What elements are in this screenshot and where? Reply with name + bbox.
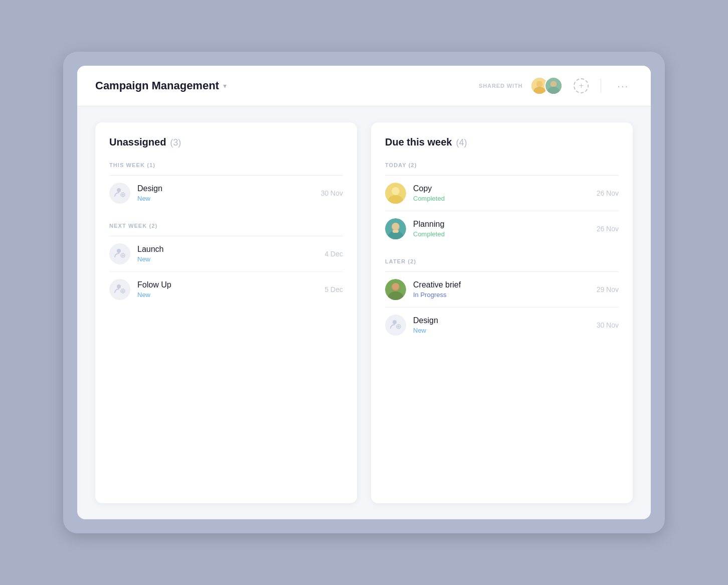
avatar-user2[interactable] — [544, 77, 563, 95]
task-name: Creative brief — [413, 280, 590, 289]
task-avatar-unassigned — [385, 315, 406, 336]
svg-point-10 — [117, 249, 121, 253]
later-label: LATER (2) — [385, 258, 619, 264]
add-person-button[interactable]: + — [574, 78, 589, 93]
task-avatar-person1 — [385, 183, 406, 204]
svg-point-4 — [551, 81, 557, 87]
task-name: Launch — [137, 245, 317, 254]
shared-with-label: SHARED WITH — [479, 83, 522, 89]
add-person-icon — [114, 282, 126, 297]
task-name: Planning — [413, 220, 590, 229]
task-date: 30 Nov — [321, 189, 343, 197]
task-info: Design New — [413, 316, 590, 334]
task-status: Completed — [413, 230, 590, 238]
task-avatar-person2 — [385, 218, 406, 239]
due-this-week-count: (4) — [456, 137, 467, 148]
task-item[interactable]: Design New 30 Nov — [385, 308, 619, 343]
task-date: 26 Nov — [597, 189, 619, 197]
add-person-icon — [390, 318, 402, 333]
svg-point-21 — [392, 187, 399, 194]
avatars-group — [530, 77, 563, 95]
svg-point-30 — [392, 283, 399, 290]
task-status: New — [137, 255, 317, 263]
task-name: Design — [413, 316, 590, 325]
header: Campaign Management ▾ SHARED WITH — [77, 66, 651, 106]
header-divider — [601, 79, 601, 93]
task-status: New — [137, 195, 314, 202]
task-item[interactable]: Folow Up New 5 Dec — [109, 272, 343, 307]
svg-point-6 — [117, 188, 121, 192]
main-content: Unassigned (3) THIS WEEK (1) — [77, 106, 651, 519]
more-options-button[interactable]: ··· — [613, 78, 633, 94]
task-name: Copy — [413, 184, 590, 193]
unassigned-title: Unassigned — [109, 136, 166, 148]
next-week-label: NEXT WEEK (2) — [109, 223, 343, 229]
chevron-down-icon[interactable]: ▾ — [223, 82, 227, 90]
svg-point-1 — [536, 81, 542, 87]
outer-frame: Campaign Management ▾ SHARED WITH — [63, 52, 665, 533]
task-item[interactable]: Copy Completed 26 Nov — [385, 176, 619, 211]
task-item[interactable]: Design New 30 Nov — [109, 176, 343, 211]
today-section: TODAY (2) Copy — [385, 162, 619, 246]
page-title: Campaign Management — [95, 79, 219, 92]
task-name: Folow Up — [137, 280, 317, 289]
unassigned-column-header: Unassigned (3) — [109, 136, 343, 148]
task-status: New — [413, 327, 590, 334]
next-week-section: NEXT WEEK (2) — [109, 223, 343, 307]
app-window: Campaign Management ▾ SHARED WITH — [77, 66, 651, 519]
task-info: Design New — [137, 184, 314, 202]
task-date: 4 Dec — [324, 250, 343, 258]
task-status: Completed — [413, 195, 590, 202]
this-week-label: THIS WEEK (1) — [109, 162, 343, 168]
task-item[interactable]: Planning Completed 26 Nov — [385, 211, 619, 246]
header-left: Campaign Management ▾ — [95, 79, 227, 92]
task-info: Launch New — [137, 245, 317, 263]
task-item[interactable]: Launch New 4 Dec — [109, 236, 343, 272]
task-info: Folow Up New — [137, 280, 317, 299]
task-avatar-unassigned — [109, 279, 130, 300]
task-avatar-unassigned — [109, 243, 130, 264]
header-right: SHARED WITH — [479, 77, 633, 95]
svg-rect-26 — [393, 230, 399, 233]
task-name: Design — [137, 184, 314, 193]
task-avatar-person3 — [385, 279, 406, 300]
task-info: Planning Completed — [413, 220, 590, 238]
svg-point-25 — [392, 223, 399, 230]
add-person-icon — [114, 247, 126, 261]
unassigned-count: (3) — [170, 137, 181, 148]
task-info: Creative brief In Progress — [413, 280, 590, 299]
this-week-section: THIS WEEK (1) — [109, 162, 343, 211]
add-person-icon — [114, 186, 126, 201]
task-date: 5 Dec — [324, 285, 343, 294]
today-label: TODAY (2) — [385, 162, 619, 168]
svg-point-31 — [393, 320, 397, 324]
task-date: 30 Nov — [597, 321, 619, 329]
task-date: 29 Nov — [597, 285, 619, 294]
task-status: New — [137, 291, 317, 299]
unassigned-column: Unassigned (3) THIS WEEK (1) — [95, 122, 357, 503]
svg-point-14 — [117, 284, 121, 288]
task-item[interactable]: Creative brief In Progress 29 Nov — [385, 272, 619, 308]
later-section: LATER (2) Creative brief — [385, 258, 619, 343]
task-info: Copy Completed — [413, 184, 590, 202]
task-status: In Progress — [413, 291, 590, 299]
task-date: 26 Nov — [597, 225, 619, 233]
due-this-week-column: Due this week (4) TODAY (2) — [371, 122, 633, 503]
due-this-week-header: Due this week (4) — [385, 136, 619, 148]
due-this-week-title: Due this week — [385, 136, 452, 148]
task-avatar-unassigned — [109, 183, 130, 204]
